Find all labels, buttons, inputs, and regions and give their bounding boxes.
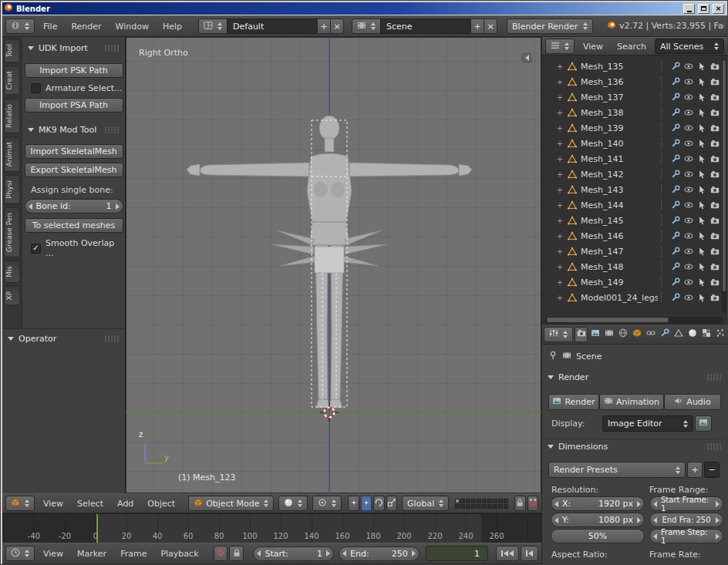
outliner-item[interactable]: +Mesh_143 — [542, 182, 727, 197]
menu-select[interactable]: Select — [70, 499, 110, 509]
maximize-button[interactable] — [698, 4, 709, 14]
editor-type-button[interactable] — [5, 496, 35, 511]
renderability-icon[interactable] — [708, 277, 721, 288]
frame-step-stepper[interactable]: Frame Step: 1 — [649, 529, 723, 543]
modifier-icon[interactable] — [669, 92, 682, 103]
renderability-icon[interactable] — [708, 230, 721, 241]
selectability-icon[interactable] — [695, 184, 708, 195]
visibility-icon[interactable] — [682, 246, 695, 257]
mk9-mod-tool-panel-header[interactable]: MK9 Mod Tool — [22, 122, 125, 137]
outliner-item[interactable]: +Mesh_138 — [542, 105, 727, 120]
modifier-icon[interactable] — [669, 107, 682, 118]
expand-icon[interactable]: + — [554, 217, 565, 225]
close-button[interactable]: × — [713, 4, 724, 14]
selectability-icon[interactable] — [695, 92, 708, 103]
visibility-icon[interactable] — [682, 76, 695, 87]
editor-type-button[interactable] — [5, 546, 35, 561]
outliner-item[interactable]: +Model001_24_legs_1. — [542, 290, 727, 305]
export-skeletalmesh-button[interactable]: Export SkeletalMesh — [25, 163, 123, 177]
outliner-item[interactable]: +Mesh_149 — [542, 274, 727, 290]
end-frame-field[interactable]: End: 250 — [339, 547, 420, 561]
visibility-icon[interactable] — [682, 153, 695, 164]
properties-tab-texture[interactable] — [699, 327, 713, 342]
render-presets-dropdown[interactable]: Render Presets — [548, 462, 686, 478]
outliner-item[interactable]: +Mesh_137 — [542, 89, 727, 105]
layer-toggle[interactable] — [455, 499, 460, 503]
add-layout-button[interactable]: + — [317, 18, 331, 34]
delete-scene-button[interactable]: × — [484, 18, 497, 34]
outliner-item-label[interactable]: Mesh_148 — [581, 262, 658, 272]
layer-toggle[interactable] — [471, 499, 476, 503]
sync-lock-button[interactable] — [229, 546, 244, 561]
menu-help[interactable]: Help — [156, 22, 189, 32]
panel-grip[interactable] — [104, 335, 120, 342]
import-psa-path-button[interactable]: Import PSA Path — [25, 98, 123, 113]
render-animation-button[interactable]: Animation — [599, 394, 664, 410]
manipulator-toggle-button[interactable] — [348, 496, 359, 511]
expand-icon[interactable]: + — [554, 263, 565, 271]
screen-layout-name-field[interactable]: Default — [227, 18, 318, 34]
layer-toggle[interactable] — [493, 504, 497, 509]
outliner-item[interactable]: +Mesh_146 — [542, 228, 727, 244]
auto-keyframe-button[interactable] — [214, 546, 228, 561]
menu-view[interactable]: View — [36, 549, 70, 559]
layer-toggle[interactable] — [482, 504, 487, 509]
stepper-left-icon[interactable] — [29, 203, 32, 210]
outliner-item[interactable]: +Mesh_148 — [542, 259, 727, 274]
armature-select-checkbox[interactable] — [31, 83, 41, 93]
toolshelf-tab-mis[interactable]: Mis — [4, 261, 20, 283]
menu-marker[interactable]: Marker — [70, 549, 113, 559]
screen-layout-browse-button[interactable] — [198, 18, 228, 34]
expand-icon[interactable]: + — [554, 78, 565, 86]
modifier-icon[interactable] — [669, 61, 682, 72]
outliner-item-label[interactable]: Mesh_137 — [581, 92, 658, 103]
layer-toggle[interactable] — [466, 504, 470, 509]
selectability-icon[interactable] — [695, 261, 708, 272]
properties-tab-constraints[interactable] — [644, 327, 657, 342]
visibility-icon[interactable] — [682, 92, 695, 103]
properties-tab-scene[interactable] — [602, 327, 615, 342]
toolshelf-tab-relatio[interactable]: Relatio — [4, 99, 20, 133]
visibility-icon[interactable] — [682, 277, 695, 288]
menu-render[interactable]: Render — [64, 22, 108, 32]
expand-icon[interactable]: + — [554, 62, 565, 71]
outliner-item-label[interactable]: Mesh_146 — [581, 231, 658, 241]
outliner-item-label[interactable]: Mesh_138 — [581, 108, 658, 118]
outliner-item[interactable]: +Mesh_135 — [542, 59, 727, 74]
modifier-icon[interactable] — [669, 169, 682, 180]
outliner-item-label[interactable]: Mesh_149 — [581, 277, 658, 288]
outliner-item-label[interactable]: Mesh_135 — [581, 62, 658, 72]
renderability-icon[interactable] — [708, 61, 721, 72]
stepper-right-icon[interactable] — [116, 203, 120, 210]
selectability-icon[interactable] — [695, 61, 708, 72]
resolution-y-stepper[interactable]: Y:1080 px — [551, 513, 645, 527]
renderability-icon[interactable] — [708, 107, 721, 118]
properties-tab-object[interactable] — [630, 327, 643, 342]
resolution-x-stepper[interactable]: X:1920 px — [551, 496, 645, 511]
visibility-icon[interactable] — [682, 123, 695, 133]
visibility-icon[interactable] — [682, 292, 695, 303]
renderability-icon[interactable] — [708, 153, 721, 164]
modifier-icon[interactable] — [669, 76, 682, 87]
selectability-icon[interactable] — [695, 277, 708, 288]
expand-icon[interactable]: + — [554, 247, 565, 256]
toolshelf-tab-physi[interactable]: Physi — [4, 175, 20, 204]
expand-icon[interactable]: + — [554, 201, 565, 210]
visibility-icon[interactable] — [682, 184, 695, 195]
expand-icon[interactable]: + — [554, 140, 565, 148]
layer-toggle[interactable] — [487, 504, 492, 509]
selectability-icon[interactable] — [695, 230, 708, 241]
add-preset-button[interactable]: + — [687, 462, 703, 478]
selectability-icon[interactable] — [695, 153, 708, 164]
outliner-item[interactable]: +Mesh_136 — [542, 74, 727, 89]
outliner-item-label[interactable]: Mesh_142 — [581, 170, 658, 180]
scale-manipulator-button[interactable] — [386, 496, 397, 511]
menu-view[interactable]: View — [36, 499, 70, 509]
menu-file[interactable]: File — [36, 22, 64, 32]
outliner-item-label[interactable]: Mesh_141 — [581, 154, 658, 164]
selectability-icon[interactable] — [695, 169, 708, 180]
rotate-manipulator-button[interactable] — [373, 496, 384, 511]
toolshelf-tab-tool[interactable]: Tool — [4, 39, 20, 62]
modifier-icon[interactable] — [669, 230, 682, 241]
outliner-item-label[interactable]: Mesh_140 — [581, 139, 658, 149]
